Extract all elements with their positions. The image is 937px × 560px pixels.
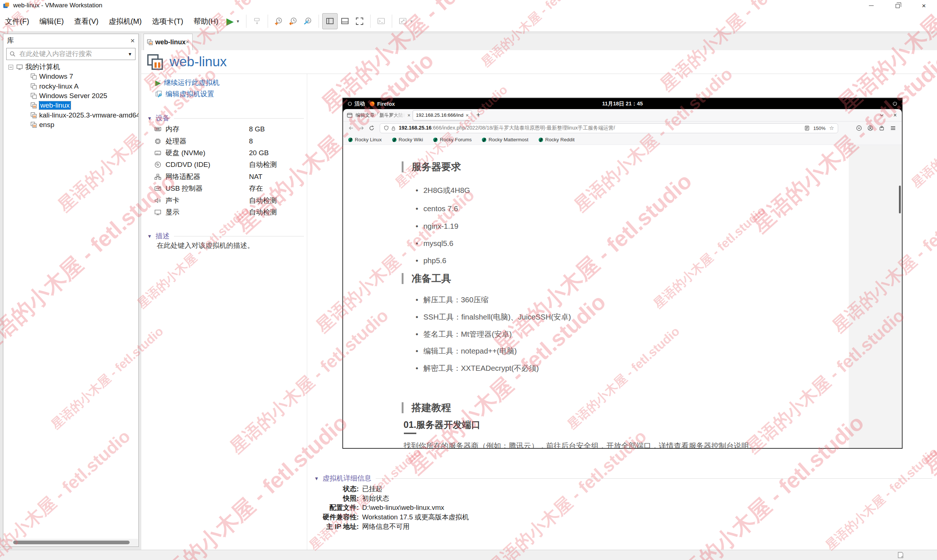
- collapse-icon[interactable]: [8, 65, 13, 69]
- tree-item-kali-linux[interactable]: kali-linux-2025.3-vmware-amd64: [3, 110, 139, 120]
- revert-snapshot-button[interactable]: [286, 13, 301, 29]
- scrollbar-thumb[interactable]: [13, 541, 129, 544]
- devices-header-label: 设备: [156, 114, 170, 123]
- resume-vm-label: 继续运行此虚拟机: [164, 78, 219, 88]
- rocky-icon: [539, 138, 543, 142]
- play-icon: ▶: [155, 79, 161, 86]
- rocky-icon: [433, 138, 438, 142]
- device-row-network[interactable]: 网络适配器 NAT: [154, 171, 305, 183]
- detail-row-snapshot: 快照: 初始状态: [314, 494, 469, 503]
- vm-preview-screen[interactable]: 活动 Firefox 11月18日 21：45 编辑文章「新斗罗大陆泰坦 × 1…: [342, 98, 903, 449]
- menu-hamburger-icon: [890, 125, 896, 131]
- tree-item-web-linux[interactable]: web-linux: [3, 101, 139, 110]
- pocket-icon: [856, 125, 862, 131]
- gnome-top-bar: 活动 Firefox 11月18日 21：45: [343, 98, 902, 109]
- tree-item-rocky-linux-a[interactable]: rocky-linux A: [3, 82, 139, 91]
- search-dropdown-icon[interactable]: ▼: [128, 52, 132, 57]
- device-value: 存在: [249, 184, 263, 193]
- activities-icon: [347, 102, 352, 106]
- menu-edit[interactable]: 编辑(E): [34, 17, 69, 26]
- vmware-logo-icon: [3, 2, 9, 9]
- tree-item-label: 我的计算机: [25, 62, 60, 72]
- description-placeholder[interactable]: 在此处键入对该虚拟机的描述。: [157, 241, 254, 250]
- bookmarks-bar: Rocky Linux Rocky Wiki Rocky Forums Rock…: [343, 135, 902, 145]
- device-row-memory[interactable]: 内存 8 GB: [154, 123, 305, 135]
- play-dropdown-icon: ▼: [236, 19, 240, 23]
- menu-view[interactable]: 查看(V): [69, 17, 103, 26]
- heading-text: 服务器要求: [411, 160, 461, 174]
- show-library-toggle[interactable]: [322, 13, 338, 29]
- tab-close-icon[interactable]: ×: [186, 38, 189, 46]
- description-section-header[interactable]: ▼ 描述: [147, 231, 304, 241]
- fullscreen-button[interactable]: [352, 13, 367, 29]
- cpu-icon: [154, 138, 162, 145]
- menu-tabs[interactable]: 选项卡(T): [147, 17, 189, 26]
- show-thumbnail-bar-toggle[interactable]: [338, 13, 352, 29]
- resize-icon: [398, 17, 407, 26]
- snapshot-add-icon: [274, 17, 283, 26]
- activities-button: 活动: [347, 100, 365, 107]
- bullet-item: nginx-1.19: [416, 221, 458, 231]
- tree-item-windows-server-2025[interactable]: Windows Server 2025: [3, 91, 139, 101]
- edit-settings-icon: [155, 91, 163, 98]
- search-input[interactable]: [18, 50, 128, 58]
- tab-web-linux[interactable]: web-linux ×: [143, 34, 193, 50]
- take-snapshot-button[interactable]: [271, 13, 286, 29]
- menu-file[interactable]: 文件(F): [0, 17, 34, 26]
- resume-vm-link[interactable]: ▶ 继续运行此虚拟机: [155, 77, 219, 88]
- detail-value: 初始状态: [362, 494, 389, 503]
- note-icon[interactable]: [897, 552, 904, 558]
- library-tree: 我的计算机 Windows 7 rocky-linux A Windows Se…: [3, 62, 139, 129]
- manage-snapshots-button[interactable]: [301, 13, 315, 29]
- tree-item-my-computer[interactable]: 我的计算机: [3, 62, 139, 72]
- device-name: 显示: [165, 208, 179, 217]
- article-paragraph: 找到你所在的服务器商（例如：腾讯云），前往后台安全组，开放全部端口，详情查看服务…: [404, 441, 757, 448]
- page-scrollbar-thumb: [899, 186, 901, 213]
- library-search-box[interactable]: ▼: [6, 48, 136, 60]
- bookmark-rocky-wiki: Rocky Wiki: [392, 137, 423, 142]
- device-value: 8 GB: [249, 125, 265, 133]
- title-bar: web-linux - VMware Workstation ×: [0, 0, 937, 11]
- bookmark-label: Rocky Mattermost: [489, 137, 529, 142]
- device-value: NAT: [249, 173, 262, 181]
- library-close-icon[interactable]: ×: [130, 37, 135, 44]
- restore-button[interactable]: [884, 0, 911, 11]
- device-row-cdrom[interactable]: CD/DVD (IDE) 自动检测: [154, 159, 305, 171]
- device-row-display[interactable]: 显示 自动检测: [154, 206, 305, 218]
- article-heading-tutorial: 搭建教程: [402, 401, 451, 414]
- menu-vm[interactable]: 虚拟机(M): [103, 17, 147, 26]
- edit-vm-settings-label: 编辑虚拟机设置: [165, 89, 214, 99]
- tree-item-windows7[interactable]: Windows 7: [3, 72, 139, 81]
- tree-item-label-selected: web-linux: [39, 102, 71, 109]
- firefox-icon: [370, 101, 375, 106]
- sound-icon: [154, 197, 162, 204]
- devices-section-header[interactable]: ▼ 设备: [147, 114, 304, 123]
- details-section-header[interactable]: ▼ 虚拟机详细信息: [314, 474, 932, 483]
- device-row-usb[interactable]: USB 控制器 存在: [154, 183, 305, 194]
- library-horizontal-scrollbar[interactable]: [4, 539, 138, 546]
- bookmark-rocky-forums: Rocky Forums: [433, 137, 472, 142]
- list-tabs-chevron-icon: [880, 113, 884, 117]
- send-keys-icon: [253, 17, 262, 26]
- power-on-button[interactable]: ▶ ▼: [223, 13, 243, 29]
- detail-value: D:\web-linux\web-linux.vmx: [362, 504, 444, 512]
- device-row-cpu[interactable]: 处理器 8: [154, 135, 305, 147]
- edit-vm-settings-link[interactable]: 编辑虚拟机设置: [155, 88, 219, 100]
- bullet-item: centos 7.6: [416, 203, 458, 214]
- toolbar-divider: [268, 15, 268, 28]
- tab-title: 192.168.25.16:666/index.php: [416, 112, 464, 118]
- fullscreen-icon: [355, 17, 364, 26]
- bookmark-rocky-linux: Rocky Linux: [348, 137, 382, 142]
- bullet-item: 2H8G或4H8G: [416, 185, 470, 195]
- url-path: :666/index.php/2022/08/18/新斗罗大陆泰坦原恩明-最新整…: [432, 125, 615, 131]
- minimize-button[interactable]: [858, 0, 884, 11]
- menu-help[interactable]: 帮助(H): [188, 17, 223, 26]
- minimize-icon: [869, 6, 874, 6]
- vm-tab-bar: web-linux ×: [141, 34, 937, 50]
- device-row-disk[interactable]: 硬盘 (NVMe) 20 GB: [154, 147, 305, 159]
- close-button[interactable]: ×: [911, 0, 937, 11]
- tree-item-ensp[interactable]: ensp: [3, 120, 139, 129]
- heading-bar: [402, 273, 404, 284]
- activities-label: 活动: [354, 100, 365, 107]
- device-row-sound[interactable]: 声卡 自动检测: [154, 194, 305, 206]
